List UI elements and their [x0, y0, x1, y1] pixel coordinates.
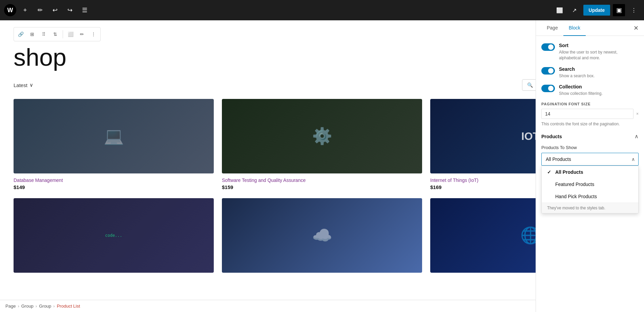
product-card[interactable]: ☁️	[222, 198, 422, 277]
sort-toggle-label-group: Sort Allow the user to sort by newest, a…	[559, 43, 639, 61]
block-toolbar: 🔗 ⊞ ⠿ ⇅ ⬜ ✏ ⋮	[14, 27, 101, 41]
dropdown-footer-hint: They've moved to the styles tab.	[542, 203, 638, 213]
product-image-0: 💻	[14, 99, 214, 173]
products-to-show-dropdown[interactable]: All Products ∧ ✓ All Products Feature	[541, 153, 639, 166]
dropdown-wrapper: → All Products ∧ ✓ All Products	[541, 153, 639, 166]
pagination-desc: This controls the font size of the pagin…	[541, 122, 639, 126]
product-card[interactable]: code...	[14, 198, 214, 277]
check-icon: ✓	[547, 169, 553, 175]
search-toggle-label-group: Search Show a search box.	[559, 66, 595, 79]
product-image-4: ☁️	[222, 198, 422, 273]
breadcrumb-active-item: Product List	[57, 304, 80, 309]
product-price: $149	[14, 184, 214, 190]
pagination-section: Pagination Font Size × This controls the…	[541, 102, 639, 126]
external-link-button[interactable]: ↗	[568, 4, 581, 16]
block-grid-button[interactable]: ⊞	[27, 29, 38, 40]
sidebar-content: Sort Allow the user to sort by newest, a…	[536, 36, 644, 312]
product-image-1: ⚙️	[222, 99, 422, 173]
breadcrumb-page[interactable]: Page	[5, 304, 16, 309]
dropdown-option-featured-products[interactable]: Featured Products	[542, 178, 638, 190]
search-toggle[interactable]	[541, 67, 555, 75]
pagination-unit: ×	[636, 111, 639, 116]
collapse-icon[interactable]: ∧	[635, 133, 639, 140]
products-section: Products ∧ Products To Show → All Produc…	[541, 133, 639, 166]
collection-toggle-row: Collection Show collection filtering.	[541, 84, 639, 97]
search-icon: 🔍	[527, 82, 533, 88]
pagination-input-row: ×	[541, 109, 639, 119]
product-name: Database Management	[14, 178, 214, 183]
main-layout: 🔗 ⊞ ⠿ ⇅ ⬜ ✏ ⋮ shop Latest ∨ 🔍 💻Database …	[0, 20, 644, 312]
sort-toggle-label: Sort	[559, 43, 639, 48]
products-section-header: Products ∧	[541, 133, 639, 140]
block-pencil-button[interactable]: ✏	[77, 29, 87, 40]
top-right-tools: ⬜ ↗ Update ▣ ⋮	[554, 4, 640, 16]
edit-button[interactable]: ✏	[34, 4, 46, 16]
update-button[interactable]: Update	[583, 5, 610, 16]
dropdown-menu: ✓ All Products Featured Products Hand Pi…	[541, 166, 639, 213]
wordpress-logo[interactable]: W	[4, 4, 16, 16]
top-toolbar: W + ✏ ↩ ↪ ☰ ⬜ ↗ Update ▣ ⋮	[0, 0, 644, 20]
list-view-button[interactable]: ☰	[79, 4, 91, 16]
right-sidebar: Page Block ✕ Sort Allow the user to sort…	[536, 20, 644, 312]
sort-toggle-desc: Allow the user to sort by newest, alphab…	[559, 49, 639, 61]
sort-chevron-icon: ∨	[29, 82, 33, 88]
breadcrumb: Page › Group › Group › Product List	[0, 300, 536, 312]
product-image-3: code...	[14, 198, 214, 273]
product-card[interactable]: 💻Database Management$149	[14, 99, 214, 190]
sort-dropdown[interactable]: Latest ∨	[14, 82, 33, 88]
dropdown-option-label: Hand Pick Products	[555, 194, 597, 199]
pagination-font-size-input[interactable]	[541, 109, 633, 119]
product-card[interactable]: ⚙️Software Testing and Quality Assurance…	[222, 99, 422, 190]
breadcrumb-sep-3: ›	[53, 304, 55, 309]
tab-block[interactable]: Block	[563, 20, 586, 36]
product-name: Software Testing and Quality Assurance	[222, 178, 422, 183]
more-options-button[interactable]: ⋮	[628, 4, 640, 16]
block-more-button[interactable]: ⋮	[88, 29, 99, 40]
breadcrumb-sep-1: ›	[18, 304, 19, 309]
block-drag-button[interactable]: ⠿	[38, 29, 49, 40]
redo-button[interactable]: ↪	[64, 4, 76, 16]
tab-page[interactable]: Page	[541, 20, 563, 36]
dropdown-select-wrapper[interactable]: All Products ∧	[541, 153, 639, 166]
search-toggle-desc: Show a search box.	[559, 73, 595, 79]
products-to-show-label: Products To Show	[541, 145, 639, 150]
preview-button[interactable]: ⬜	[554, 4, 566, 16]
breadcrumb-sep-2: ›	[36, 304, 37, 309]
search-toggle-row: Search Show a search box.	[541, 66, 639, 79]
add-button[interactable]: +	[19, 4, 31, 16]
breadcrumb-group-1[interactable]: Group	[21, 304, 34, 309]
collection-toggle-label: Collection	[559, 84, 603, 89]
collection-toggle-desc: Show collection filtering.	[559, 91, 603, 97]
collection-toggle[interactable]	[541, 85, 555, 92]
sidebar-toggle-button[interactable]: ▣	[613, 4, 625, 16]
block-toolbar-divider	[63, 30, 63, 38]
sidebar-tabs: Page Block ✕	[536, 20, 644, 36]
sort-toggle-row: Sort Allow the user to sort by newest, a…	[541, 43, 639, 61]
collection-toggle-label-group: Collection Show collection filtering.	[559, 84, 603, 97]
product-price: $159	[222, 184, 422, 190]
breadcrumb-group-2[interactable]: Group	[39, 304, 51, 309]
dropdown-option-label: Featured Products	[555, 182, 594, 187]
dropdown-option-all-products[interactable]: ✓ All Products	[542, 166, 638, 178]
sidebar-close-button[interactable]: ✕	[633, 24, 639, 32]
search-toggle-label: Search	[559, 66, 595, 72]
dropdown-option-label: All Products	[555, 169, 583, 175]
block-link-button[interactable]: 🔗	[15, 29, 26, 40]
sort-label: Latest	[14, 82, 27, 88]
dropdown-selected-text[interactable]: All Products	[542, 153, 638, 165]
pagination-label: Pagination Font Size	[541, 102, 639, 106]
block-arrows-button[interactable]: ⇅	[50, 29, 61, 40]
dropdown-option-handpick-products[interactable]: Hand Pick Products	[542, 190, 638, 203]
sort-toggle[interactable]	[541, 43, 555, 51]
block-align-button[interactable]: ⬜	[65, 29, 76, 40]
products-section-title: Products	[541, 134, 562, 139]
undo-button[interactable]: ↩	[49, 4, 61, 16]
